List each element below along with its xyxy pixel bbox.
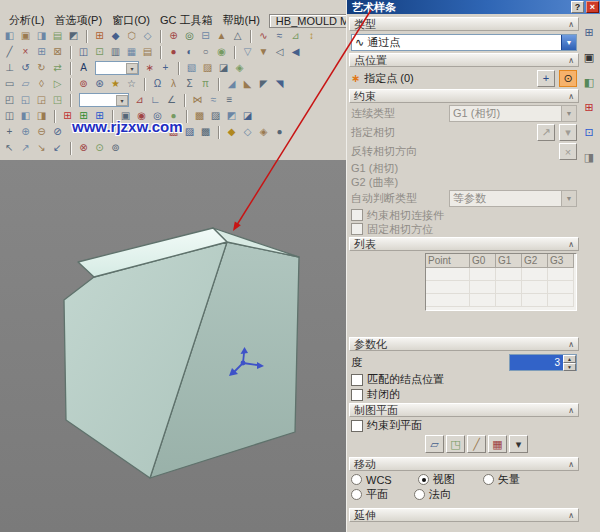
toolbar-icon[interactable]: ◈ (232, 61, 247, 76)
toolbar-icon[interactable]: ◪ (240, 109, 255, 124)
section-header-constraints[interactable]: 约束 ∧ (349, 89, 579, 103)
drawing-plane-button[interactable]: ▦ (488, 435, 507, 453)
toolbar-icon[interactable]: ◥ (272, 77, 287, 92)
toolbar-icon[interactable]: ∗ (142, 61, 157, 76)
radio-plane[interactable] (351, 489, 362, 500)
toolbar-icon[interactable]: ▨ (208, 109, 223, 124)
toolbar-icon[interactable]: ◤ (256, 77, 271, 92)
chevron-down-icon[interactable]: ▼ (561, 35, 576, 50)
section-header-list[interactable]: 列表 ∧ (349, 237, 579, 251)
toolbar-icon[interactable]: ⊡ (581, 124, 597, 140)
toolbar-icon[interactable]: ⊿ (132, 93, 147, 108)
continuity-type-combo[interactable]: G1 (相切) ▼ (449, 105, 577, 122)
toolbar-combo[interactable]: ▾ (79, 93, 129, 107)
toolbar-icon[interactable]: ◊ (34, 77, 49, 92)
toolbar-icon[interactable]: ◇ (240, 125, 255, 140)
constraint-list-table[interactable]: PointG0G1G2G3 (425, 253, 577, 311)
toolbar-icon[interactable]: ⊞ (34, 45, 49, 60)
toolbar-icon[interactable]: ▩ (198, 125, 213, 140)
toolbar-icon[interactable]: ⊛ (92, 77, 107, 92)
reverse-direction-button[interactable]: × (559, 143, 577, 160)
toolbar-icon[interactable]: ◆ (108, 29, 123, 44)
menu-help[interactable]: 帮助(H) (218, 13, 265, 28)
toolbar-icon[interactable]: A (76, 61, 91, 76)
dialog-titlebar[interactable]: 艺术样条 ? × (347, 0, 600, 14)
match-knots-checkbox[interactable] (351, 374, 363, 386)
toolbar-icon[interactable]: ▨ (182, 125, 197, 140)
degree-stepper[interactable]: 3 ▲ ▼ (509, 354, 577, 371)
section-header-type[interactable]: 类型 ∧ (349, 17, 579, 31)
section-header-movement[interactable]: 移动 ∧ (349, 457, 579, 471)
toolbar-icon[interactable]: + (158, 61, 173, 76)
toolbar-icon[interactable]: △ (230, 29, 245, 44)
point-constructor-button[interactable]: ⊙ (559, 70, 577, 87)
toolbar-icon[interactable]: ▤ (140, 45, 155, 60)
toolbar-icon[interactable]: ⊿ (288, 29, 303, 44)
toolbar-icon[interactable]: ◐ (182, 45, 197, 60)
toolbar-icon[interactable]: Σ (182, 77, 197, 92)
toolbar-icon[interactable]: ≈ (206, 93, 221, 108)
toolbar-icon[interactable]: ▣ (18, 29, 33, 44)
toolbar-icon[interactable]: ▲ (214, 29, 229, 44)
toolbar-icon[interactable]: ⊠ (50, 45, 65, 60)
constrain-to-plane-checkbox[interactable] (351, 420, 363, 432)
toolbar-icon[interactable]: ∠ (164, 93, 179, 108)
section-header-parameterization[interactable]: 参数化 ∧ (349, 337, 579, 351)
toolbar-icon[interactable]: ◧ (18, 109, 33, 124)
drawing-plane-button[interactable]: ▾ (509, 435, 528, 453)
toolbar-icon[interactable]: ▭ (2, 77, 17, 92)
closed-checkbox[interactable] (351, 389, 363, 401)
drawing-plane-button[interactable]: ╱ (467, 435, 486, 453)
close-button[interactable]: × (586, 1, 599, 13)
spin-up-icon[interactable]: ▲ (563, 355, 576, 363)
toolbar-icon[interactable]: ↙ (50, 141, 65, 156)
toolbar-icon[interactable]: ◈ (256, 125, 271, 140)
toolbar-icon[interactable]: ▧ (184, 61, 199, 76)
toolbar-icon[interactable]: ◩ (66, 29, 81, 44)
toolbar-icon[interactable]: ≈ (272, 29, 287, 44)
toolbar-icon[interactable]: ◉ (214, 45, 229, 60)
toolbar-icon[interactable]: ◨ (34, 109, 49, 124)
toolbar-icon[interactable]: + (2, 125, 17, 140)
toolbar-icon[interactable]: ↕ (304, 29, 319, 44)
toolbar-icon[interactable]: ◨ (581, 149, 597, 165)
spin-down-icon[interactable]: ▼ (563, 363, 576, 371)
graphics-viewport[interactable] (0, 160, 346, 532)
toolbar-icon[interactable]: ▼ (256, 45, 271, 60)
toolbar-icon[interactable]: π (198, 77, 213, 92)
toolbar-icon[interactable]: ▱ (18, 77, 33, 92)
radio-view[interactable] (418, 474, 429, 485)
toolbar-icon[interactable]: ⊞ (581, 24, 597, 40)
toolbar-icon[interactable]: ∿ (256, 29, 271, 44)
toolbar-icon[interactable]: ▷ (50, 77, 65, 92)
type-combo[interactable]: ∿ 通过点 ▼ (351, 34, 577, 51)
menu-preferences[interactable]: 首选项(P) (49, 13, 107, 28)
toolbar-icon[interactable]: ⬡ (124, 29, 139, 44)
list-column-header[interactable]: G1 (496, 254, 522, 268)
vector-options-button[interactable]: ▾ (559, 124, 577, 141)
toolbar-combo[interactable]: ▾ (95, 61, 139, 75)
toolbar-icon[interactable]: ◪ (216, 61, 231, 76)
toolbar-icon[interactable]: ⊥ (2, 61, 17, 76)
toolbar-icon[interactable]: ★ (108, 77, 123, 92)
section-header-drawing-plane[interactable]: 制图平面 ∧ (349, 403, 579, 417)
toolbar-icon[interactable]: ◣ (240, 77, 255, 92)
toolbar-icon[interactable]: ◫ (76, 45, 91, 60)
menu-gc-toolbox[interactable]: GC 工具箱 (155, 13, 218, 28)
toolbar-icon[interactable]: ◎ (182, 29, 197, 44)
inferred-type-combo[interactable]: 等参数 ▼ (449, 190, 577, 207)
toolbar-icon[interactable]: ◆ (224, 125, 239, 140)
toolbar-icon[interactable]: ∟ (148, 93, 163, 108)
toolbar-icon[interactable]: ▽ (240, 45, 255, 60)
toolbar-icon[interactable]: ● (166, 45, 181, 60)
toolbar-icon[interactable]: ◢ (224, 77, 239, 92)
list-column-header[interactable]: G2 (522, 254, 548, 268)
toolbar-icon[interactable]: ▥ (108, 45, 123, 60)
toolbar-icon[interactable]: ⊚ (108, 141, 123, 156)
toolbar-icon[interactable]: ◀ (288, 45, 303, 60)
toolbar-icon[interactable]: ◰ (2, 93, 17, 108)
constrain-tangent-checkbox[interactable] (351, 209, 363, 221)
toolbar-icon[interactable]: ⋈ (190, 93, 205, 108)
toolbar-icon[interactable]: ● (272, 125, 287, 140)
toolbar-icon[interactable]: ⊕ (166, 29, 181, 44)
